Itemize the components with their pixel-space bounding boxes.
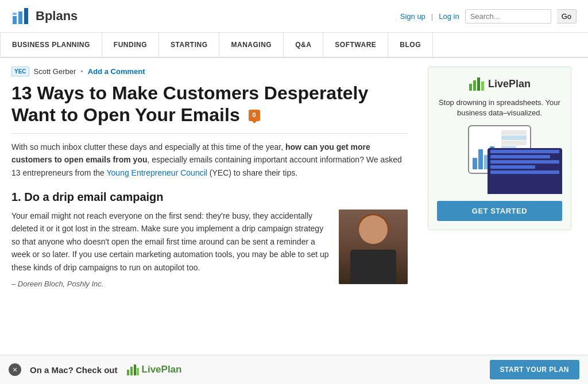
signup-link[interactable]: Sign up	[400, 12, 425, 21]
svg-rect-3	[13, 13, 17, 15]
quote-credit: – Doreen Bloch, Poshly Inc.	[11, 278, 330, 290]
liveplan-tagline: Stop drowning in spreadsheets. Your busi…	[437, 98, 562, 118]
intro-text-3: (YEC) to share their tips.	[207, 168, 297, 177]
search-input[interactable]	[465, 9, 551, 24]
nav-item-qa[interactable]: Q&A	[284, 33, 323, 57]
header-right: Sign up | Log in Go	[400, 9, 577, 24]
laptop-bar-5	[490, 170, 559, 174]
intro-text-1: With so much inbox clutter these days an…	[11, 142, 285, 152]
laptop-bar-1	[490, 150, 559, 153]
laptop-bar-4	[490, 165, 535, 169]
bar-2	[478, 149, 483, 169]
person-head	[359, 215, 388, 244]
section-1-text: Your email might not reach everyone on t…	[11, 210, 330, 290]
person-image	[339, 210, 408, 284]
main-content: YEC Scott Gerber • Add a Comment 13 Ways…	[0, 58, 419, 299]
bar-1	[473, 158, 477, 169]
svg-rect-2	[24, 8, 28, 24]
laptop-bar-2	[490, 155, 550, 158]
article-title: 13 Ways to Make Customers Desperately Wa…	[11, 82, 408, 126]
person-silhouette	[339, 210, 408, 284]
svg-rect-7	[481, 82, 484, 91]
liveplan-ad: LivePlan Stop drowning in spreadsheets. …	[428, 67, 571, 230]
svg-rect-1	[18, 11, 22, 24]
nav-item-software[interactable]: SOFTWARE	[323, 33, 388, 57]
liveplan-logo-area: LivePlan	[437, 76, 562, 92]
line-1	[501, 130, 527, 135]
laptop-bar-3	[490, 160, 559, 164]
bplans-logo-icon	[11, 6, 32, 26]
sidebar: LivePlan Stop drowning in spreadsheets. …	[419, 58, 580, 299]
line-2	[501, 135, 527, 140]
liveplan-logo-icon	[469, 76, 485, 92]
nav-item-funding[interactable]: FUNDING	[102, 33, 159, 57]
ad-screens-visual	[437, 125, 562, 194]
svg-rect-4	[469, 84, 472, 91]
section-1-heading: 1. Do a drip email campaign	[11, 191, 408, 204]
main-nav: BUSINESS PLANNING FUNDING STARTING MANAG…	[0, 33, 588, 58]
login-link[interactable]: Log in	[439, 12, 459, 21]
liveplan-name: LivePlan	[488, 78, 531, 90]
author-name: Scott Gerber	[34, 67, 76, 76]
byline: YEC Scott Gerber • Add a Comment	[11, 67, 408, 76]
get-started-button[interactable]: GET STARTED	[437, 201, 562, 221]
go-button[interactable]: Go	[557, 9, 577, 24]
logo-area: Bplans	[11, 6, 78, 26]
person-body	[350, 250, 396, 284]
svg-rect-5	[473, 80, 476, 91]
content-wrapper: YEC Scott Gerber • Add a Comment 13 Ways…	[0, 58, 588, 299]
add-comment-link[interactable]: Add a Comment	[88, 67, 145, 76]
section-1-content: Your email might not reach everyone on t…	[11, 210, 408, 290]
yec-badge: YEC	[11, 67, 29, 76]
svg-rect-0	[13, 16, 17, 24]
logo-text: Bplans	[36, 9, 78, 24]
dot-separator: •	[80, 67, 83, 76]
header: Bplans Sign up | Log in Go	[0, 0, 588, 33]
article-title-text: 13 Ways to Make Customers Desperately Wa…	[11, 83, 368, 125]
line-3	[501, 141, 527, 145]
nav-item-managing[interactable]: MANAGING	[219, 33, 284, 57]
nav-item-starting[interactable]: STARTING	[159, 33, 219, 57]
comment-count-badge: 0	[249, 110, 260, 121]
divider-pipe: |	[431, 12, 433, 21]
laptop-screen	[488, 148, 562, 194]
svg-rect-6	[477, 77, 480, 91]
quote-credit-text: – Doreen Bloch, Poshly Inc.	[11, 280, 103, 288]
article-intro: With so much inbox clutter these days an…	[11, 141, 408, 179]
divider-line	[11, 133, 408, 134]
nav-item-business-planning[interactable]: BUSINESS PLANNING	[0, 33, 102, 57]
section-1-body: Your email might not reach everyone on t…	[11, 210, 330, 274]
nav-item-blog[interactable]: BLOG	[388, 33, 433, 57]
yec-link[interactable]: Young Entrepreneur Council	[107, 168, 207, 177]
